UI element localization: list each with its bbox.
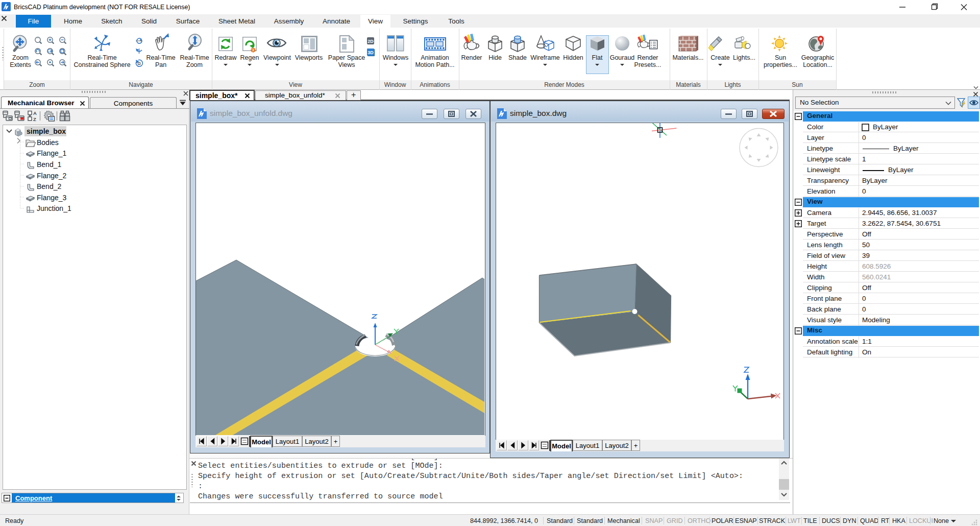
svg-text:2D: 2D [368,39,374,44]
svg-text:A: A [33,110,37,116]
svg-text:3D: 3D [368,50,374,55]
svg-text:Z: Z [33,116,36,122]
